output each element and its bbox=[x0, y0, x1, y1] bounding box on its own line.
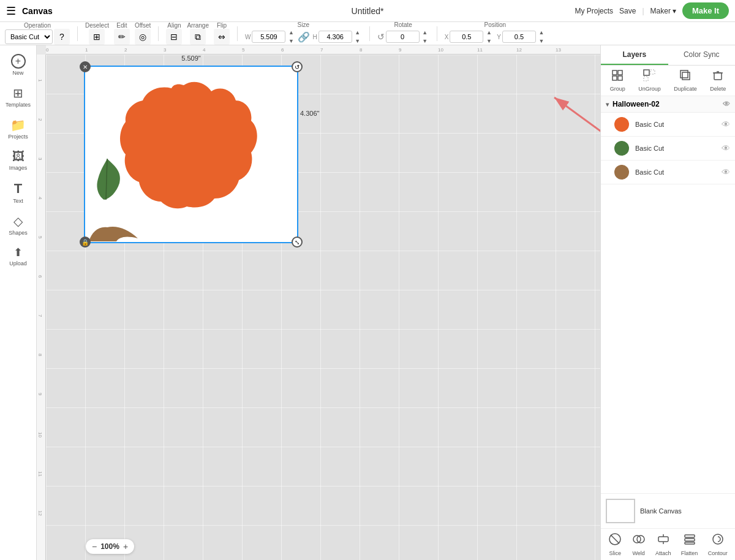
shapes-icon: ◇ bbox=[13, 214, 23, 229]
templates-icon: ⊞ bbox=[13, 86, 23, 100]
ruler-top: 0 1 2 3 4 5 6 7 8 9 10 11 12 13 bbox=[46, 45, 600, 55]
attach-button[interactable]: Attach bbox=[655, 532, 671, 556]
svg-rect-12 bbox=[714, 73, 722, 80]
position-label: Position bbox=[484, 21, 507, 28]
layer-thumb-1 bbox=[613, 116, 630, 133]
offset-button[interactable]: ◎ bbox=[135, 29, 151, 45]
stem-shape[interactable] bbox=[86, 220, 141, 246]
layer-vis-1[interactable]: 👁 bbox=[722, 119, 730, 129]
flatten-button[interactable]: Flatten bbox=[681, 532, 698, 556]
svg-rect-8 bbox=[650, 70, 655, 74]
zoom-label: 100% bbox=[100, 542, 119, 551]
svg-point-16 bbox=[614, 141, 629, 156]
tab-color-sync[interactable]: Color Sync bbox=[668, 45, 736, 65]
weld-icon bbox=[632, 532, 646, 549]
delete-button[interactable]: Delete bbox=[710, 69, 726, 92]
size-label: Size bbox=[298, 21, 309, 28]
zoom-bar: − 100% + bbox=[86, 539, 134, 554]
layer-thumb-2 bbox=[613, 140, 630, 157]
height-up-button[interactable]: ▲ bbox=[353, 28, 362, 37]
canvas-area[interactable]: 0 1 2 3 4 5 6 7 8 9 10 11 12 13 1 2 3 4 … bbox=[37, 45, 600, 560]
weld-button[interactable]: Weld bbox=[632, 532, 646, 556]
zoom-in-button[interactable]: + bbox=[123, 542, 128, 551]
x-down-button[interactable]: ▼ bbox=[484, 37, 493, 45]
slice-button[interactable]: Slice bbox=[608, 532, 622, 556]
width-down-button[interactable]: ▼ bbox=[287, 37, 295, 45]
sidebar-item-projects[interactable]: 📁 Projects bbox=[2, 114, 34, 143]
sidebar-item-text[interactable]: T Text bbox=[2, 177, 34, 208]
arrange-label: Arrange bbox=[187, 22, 209, 29]
svg-rect-6 bbox=[618, 76, 622, 80]
layer-vis-2[interactable]: 👁 bbox=[722, 143, 730, 153]
y-down-button[interactable]: ▼ bbox=[537, 37, 546, 45]
y-up-button[interactable]: ▲ bbox=[537, 28, 546, 37]
align-button[interactable]: ⊟ bbox=[166, 29, 182, 45]
sidebar-item-templates[interactable]: ⊞ Templates bbox=[2, 82, 34, 112]
duplicate-button[interactable]: Duplicate bbox=[674, 69, 697, 92]
svg-rect-11 bbox=[680, 70, 688, 78]
rotate-down-button[interactable]: ▼ bbox=[421, 37, 429, 45]
height-down-button[interactable]: ▼ bbox=[353, 37, 362, 45]
deselect-button[interactable]: ⊞ bbox=[89, 29, 105, 45]
operation-help-button[interactable]: ? bbox=[54, 29, 70, 45]
flip-button[interactable]: ⇔ bbox=[214, 29, 230, 45]
group-button[interactable]: Group bbox=[610, 69, 625, 92]
rotate-input[interactable] bbox=[386, 31, 420, 43]
tab-layers[interactable]: Layers bbox=[601, 45, 668, 65]
edit-button[interactable]: ✏ bbox=[114, 29, 130, 45]
contour-button[interactable]: Contour bbox=[708, 532, 728, 556]
delete-icon bbox=[712, 69, 724, 85]
blank-canvas-area: Blank Canvas bbox=[601, 493, 735, 529]
chevron-down-icon: ▾ bbox=[606, 101, 609, 108]
svg-line-19 bbox=[611, 535, 619, 543]
layer-name-3: Basic Cut bbox=[635, 168, 717, 176]
layer-group-halloween[interactable]: ▾ Halloween-02 👁 bbox=[601, 96, 735, 113]
layer-item-leaf[interactable]: Basic Cut 👁 bbox=[601, 137, 735, 161]
sep4 bbox=[369, 26, 370, 41]
w-label: W bbox=[245, 34, 251, 40]
layer-item-pumpkin[interactable]: Basic Cut 👁 bbox=[601, 113, 735, 137]
operation-select[interactable]: Basic Cut bbox=[5, 29, 53, 44]
blank-canvas-label: Blank Canvas bbox=[640, 507, 682, 515]
svg-line-2 bbox=[554, 97, 600, 146]
svg-rect-27 bbox=[685, 542, 695, 544]
layers-panel: ▾ Halloween-02 👁 Basic Cut 👁 Basic Cut bbox=[601, 96, 735, 295]
width-up-button[interactable]: ▲ bbox=[287, 28, 295, 37]
svg-rect-25 bbox=[685, 535, 695, 537]
layer-name-2: Basic Cut bbox=[635, 145, 717, 152]
pumpkin-shape[interactable] bbox=[107, 73, 260, 220]
leaf-shape[interactable] bbox=[89, 156, 126, 206]
height-input[interactable] bbox=[318, 31, 352, 43]
rotate-up-button[interactable]: ▲ bbox=[421, 28, 429, 37]
sidebar-item-upload[interactable]: ⬆ Upload bbox=[2, 242, 34, 270]
sidebar-item-new[interactable]: + New bbox=[2, 50, 34, 80]
sidebar-item-images[interactable]: 🖼 Images bbox=[2, 146, 34, 175]
ungroup-button[interactable]: UnGroup bbox=[638, 69, 661, 92]
x-input[interactable] bbox=[450, 31, 483, 43]
arrange-button[interactable]: ⧉ bbox=[190, 29, 206, 45]
link-icon[interactable]: 🔗 bbox=[298, 31, 310, 43]
x-label: X bbox=[445, 34, 449, 40]
width-dimension-label: 5.509" bbox=[84, 55, 298, 62]
y-input[interactable] bbox=[502, 31, 536, 43]
zoom-out-button[interactable]: − bbox=[92, 542, 97, 551]
duplicate-icon bbox=[679, 69, 692, 85]
save-button[interactable]: Save bbox=[619, 7, 636, 15]
layer-item-stem[interactable]: Basic Cut 👁 bbox=[601, 161, 735, 184]
layer-vis-3[interactable]: 👁 bbox=[722, 167, 730, 177]
my-projects-link[interactable]: My Projects bbox=[575, 7, 613, 15]
menu-icon[interactable]: ☰ bbox=[6, 4, 16, 18]
new-icon: + bbox=[11, 54, 26, 69]
sidebar-item-shapes[interactable]: ◇ Shapes bbox=[2, 210, 34, 240]
svg-rect-22 bbox=[658, 537, 668, 542]
chevron-down-icon: ▾ bbox=[673, 7, 676, 15]
x-up-button[interactable]: ▲ bbox=[484, 28, 493, 37]
canvas-grid: ✕ ↺ 🔒 ⤡ 5.509" 4.306" bbox=[46, 55, 600, 560]
width-input[interactable] bbox=[252, 31, 285, 43]
flatten-icon bbox=[683, 532, 696, 549]
attach-icon bbox=[657, 532, 670, 549]
make-it-button[interactable]: Make It bbox=[682, 2, 729, 19]
layer-group-visibility-icon[interactable]: 👁 bbox=[723, 100, 730, 108]
maker-button[interactable]: Maker ▾ bbox=[650, 7, 676, 15]
toolbar: Operation Basic Cut ? Deselect ⊞ Edit ✏ … bbox=[0, 22, 735, 45]
